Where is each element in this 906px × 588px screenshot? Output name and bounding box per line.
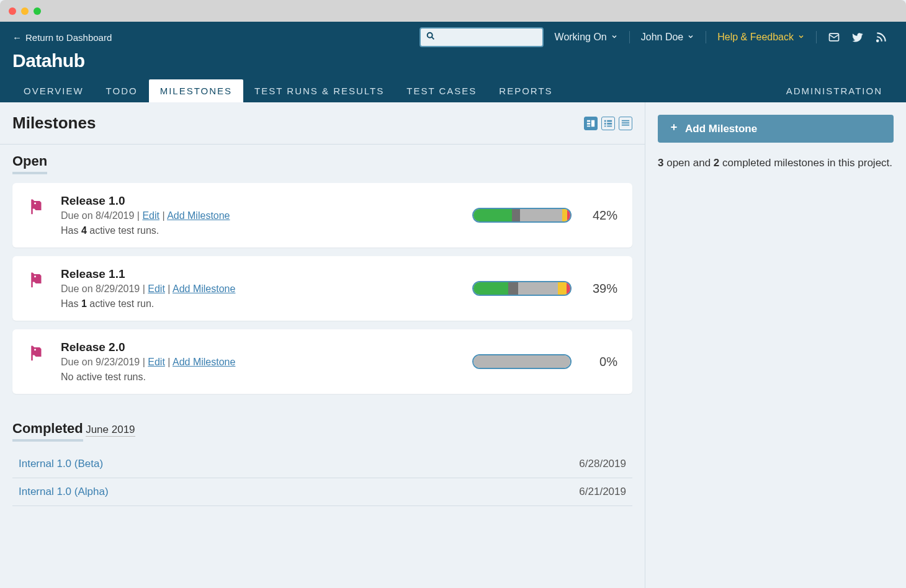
section-completed-title: Completed bbox=[12, 421, 83, 442]
section-open-title: Open bbox=[12, 153, 47, 174]
user-dropdown[interactable]: John Doe bbox=[641, 32, 695, 43]
svg-rect-16 bbox=[622, 124, 629, 125]
tab-milestones[interactable]: MILESTONES bbox=[149, 79, 243, 102]
tab-reports[interactable]: REPORTS bbox=[488, 79, 563, 102]
arrow-left-icon: ← bbox=[12, 32, 22, 43]
help-label: Help & Feedback bbox=[717, 32, 794, 43]
svg-rect-11 bbox=[607, 123, 612, 125]
progress-seg-yellow bbox=[558, 282, 567, 295]
svg-point-3 bbox=[877, 40, 879, 42]
search-icon bbox=[426, 31, 436, 43]
milestone-runs: Has 4 active test runs. bbox=[61, 225, 454, 236]
milestone-name[interactable]: Release 1.1 bbox=[61, 267, 454, 281]
add-sub-milestone-link[interactable]: Add Milestone bbox=[167, 210, 230, 221]
milestone-name[interactable]: Release 1.0 bbox=[61, 194, 454, 208]
completed-milestone-link[interactable]: Internal 1.0 (Beta) bbox=[19, 458, 103, 470]
milestone-name[interactable]: Release 2.0 bbox=[61, 341, 454, 354]
svg-rect-15 bbox=[622, 122, 629, 123]
add-sub-milestone-link[interactable]: Add Milestone bbox=[173, 357, 235, 367]
view-toggle-compact[interactable] bbox=[619, 117, 632, 130]
flag-icon bbox=[27, 344, 46, 383]
nav-tabs: OVERVIEW TODO MILESTONES TEST RUNS & RES… bbox=[0, 78, 906, 102]
summary-mid: open and bbox=[663, 157, 713, 169]
progress-pct: 39% bbox=[586, 282, 617, 296]
milestone-meta: Due on 8/29/2019 | Edit | Add Milestone bbox=[61, 283, 454, 295]
return-link-label: Return to Dashboard bbox=[25, 32, 112, 43]
tab-overview[interactable]: OVERVIEW bbox=[12, 79, 95, 102]
completed-date: 6/21/2019 bbox=[579, 486, 626, 498]
edit-link[interactable]: Edit bbox=[148, 357, 165, 367]
edit-link[interactable]: Edit bbox=[148, 283, 165, 294]
svg-point-19 bbox=[34, 349, 36, 350]
add-milestone-button[interactable]: Add Milestone bbox=[658, 115, 894, 143]
divider bbox=[706, 31, 706, 43]
maximize-window-dot[interactable] bbox=[34, 7, 41, 15]
flag-icon bbox=[27, 198, 46, 236]
working-on-dropdown[interactable]: Working On bbox=[555, 32, 618, 43]
progress-seg-gray bbox=[518, 282, 558, 295]
progress-pct: 0% bbox=[586, 355, 617, 369]
tab-administration[interactable]: ADMINISTRATION bbox=[775, 79, 894, 102]
milestone-card: Release 1.0Due on 8/4/2019 | Edit | Add … bbox=[12, 183, 632, 247]
completed-row: Internal 1.0 (Alpha)6/21/2019 bbox=[12, 478, 632, 506]
milestone-body: Release 1.0Due on 8/4/2019 | Edit | Add … bbox=[61, 194, 454, 236]
progress-bar bbox=[472, 281, 572, 296]
svg-rect-10 bbox=[604, 123, 606, 125]
svg-line-1 bbox=[431, 37, 434, 40]
plus-icon bbox=[669, 122, 679, 135]
divider bbox=[816, 31, 817, 43]
svg-point-0 bbox=[427, 33, 432, 38]
svg-rect-4 bbox=[587, 120, 590, 122]
svg-rect-8 bbox=[604, 120, 606, 122]
completed-milestone-link[interactable]: Internal 1.0 (Alpha) bbox=[19, 486, 109, 498]
help-feedback-dropdown[interactable]: Help & Feedback bbox=[717, 32, 805, 43]
svg-rect-14 bbox=[622, 120, 629, 121]
edit-link[interactable]: Edit bbox=[142, 210, 159, 221]
return-to-dashboard-link[interactable]: ← Return to Dashboard bbox=[12, 32, 112, 43]
mail-icon[interactable] bbox=[828, 31, 840, 43]
sidebar-summary: 3 open and 2 completed milestones in thi… bbox=[658, 155, 894, 171]
chevron-down-icon bbox=[797, 32, 805, 43]
milestone-body: Release 2.0Due on 9/23/2019 | Edit | Add… bbox=[61, 341, 454, 383]
tab-todo[interactable]: TODO bbox=[95, 79, 149, 102]
milestone-progress-wrapper: 0% bbox=[469, 341, 617, 383]
svg-point-18 bbox=[34, 275, 36, 277]
add-milestone-label: Add Milestone bbox=[685, 123, 757, 135]
progress-seg-yellow bbox=[562, 209, 567, 221]
svg-rect-12 bbox=[604, 125, 606, 127]
progress-seg-gray bbox=[473, 355, 570, 368]
view-toggle-medium[interactable] bbox=[601, 117, 615, 130]
progress-seg-gray bbox=[520, 209, 563, 221]
progress-seg-dark bbox=[512, 209, 519, 221]
search-input-wrapper[interactable] bbox=[419, 27, 544, 47]
progress-bar bbox=[472, 354, 572, 369]
view-toggle-detail[interactable] bbox=[584, 117, 598, 130]
progress-seg-red bbox=[567, 282, 570, 295]
milestone-meta: Due on 8/4/2019 | Edit | Add Milestone bbox=[61, 210, 454, 221]
divider bbox=[629, 31, 630, 43]
summary-end: completed milestones in this project. bbox=[719, 157, 892, 169]
svg-rect-6 bbox=[587, 125, 590, 127]
rss-icon[interactable] bbox=[875, 31, 887, 43]
svg-rect-13 bbox=[607, 125, 612, 127]
user-label: John Doe bbox=[641, 32, 684, 43]
add-sub-milestone-link[interactable]: Add Milestone bbox=[173, 283, 235, 294]
chevron-down-icon bbox=[611, 32, 618, 43]
tab-test-runs[interactable]: TEST RUNS & RESULTS bbox=[243, 79, 395, 102]
milestone-progress-wrapper: 39% bbox=[469, 267, 617, 310]
tab-test-cases[interactable]: TEST CASES bbox=[395, 79, 488, 102]
progress-seg-dark bbox=[508, 282, 518, 295]
twitter-icon[interactable] bbox=[851, 31, 864, 43]
app-header: ← Return to Dashboard Working On John Do… bbox=[0, 22, 906, 102]
milestone-runs: No active test runs. bbox=[61, 372, 454, 383]
minimize-window-dot[interactable] bbox=[21, 7, 29, 15]
progress-seg-red bbox=[567, 209, 570, 221]
milestone-meta: Due on 9/23/2019 | Edit | Add Milestone bbox=[61, 357, 454, 368]
milestone-card: Release 2.0Due on 9/23/2019 | Edit | Add… bbox=[12, 329, 632, 394]
app-title: Datahub bbox=[0, 47, 906, 78]
completed-row: Internal 1.0 (Beta)6/28/2019 bbox=[12, 450, 632, 478]
svg-rect-7 bbox=[591, 120, 594, 127]
close-window-dot[interactable] bbox=[9, 7, 16, 15]
progress-pct: 42% bbox=[586, 208, 617, 223]
svg-rect-9 bbox=[607, 120, 612, 122]
